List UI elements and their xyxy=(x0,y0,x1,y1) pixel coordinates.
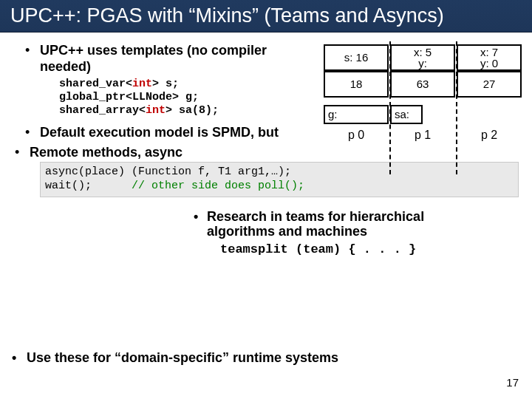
slide-title: UPC++: PGAS with “Mixins” (Teams and Asy… xyxy=(10,4,522,27)
diagram-cell: x: 7 y: 0 xyxy=(457,44,522,71)
bullet-research-box: Research in teams for hierarchical algor… xyxy=(191,209,523,256)
bullet-domain: Use these for “domain-specific” runtime … xyxy=(7,350,338,366)
diagram-label: p 2 xyxy=(457,129,522,142)
diagram-cell: 63 xyxy=(390,71,455,98)
diagram-label: p 1 xyxy=(390,129,455,142)
title-bar: UPC++: PGAS with “Mixins” (Teams and Asy… xyxy=(0,0,532,33)
page-number: 17 xyxy=(506,376,519,389)
bullet-research: Research in teams for hierarchical algor… xyxy=(191,209,523,239)
diagram-cell: g: xyxy=(324,105,389,124)
code-teamsplit: teamsplit (team) { . . . } xyxy=(220,242,523,256)
diagram-cell: 18 xyxy=(324,71,389,98)
diagram-cell: x: 5 y: xyxy=(390,44,455,71)
diagram-label: p 0 xyxy=(324,129,389,142)
diagram-cell: sa: xyxy=(390,105,423,124)
diagram-cell: 27 xyxy=(457,71,522,98)
bullet-templates: UPC++ uses templates (no compiler needed… xyxy=(40,43,321,75)
memory-diagram: s: 16 18 g: p 0 x: 5 y: 63 sa: p 1 x: 7 … xyxy=(324,44,523,174)
diagram-cell: s: 16 xyxy=(324,44,389,71)
